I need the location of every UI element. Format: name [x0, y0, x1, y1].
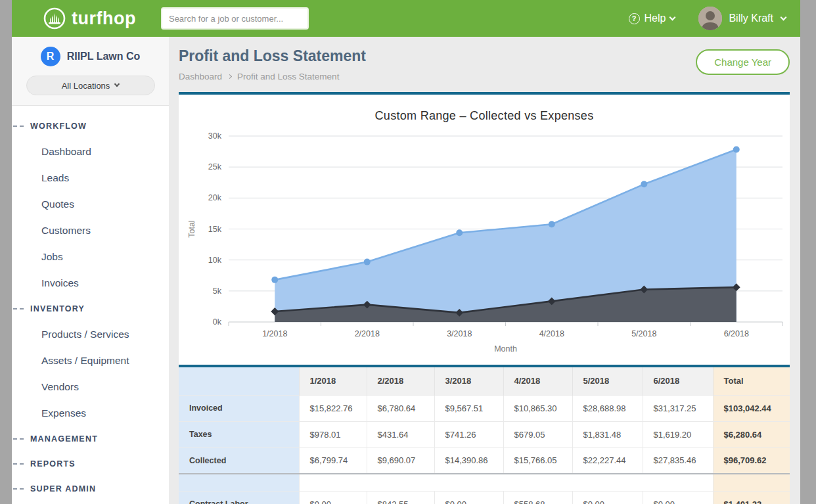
sidebar-section-inventory[interactable]: INVENTORY	[12, 296, 169, 321]
cell-value: $0.00	[643, 491, 713, 504]
company: R RIIPL Lawn Co	[12, 47, 169, 66]
section-label: WORKFLOW	[30, 122, 87, 131]
sidebar-section-workflow[interactable]: WORKFLOW	[12, 114, 169, 139]
svg-text:20k: 20k	[208, 193, 222, 202]
sidebar-item-invoices[interactable]: Invoices	[12, 270, 169, 296]
breadcrumb-current: Profit and Loss Statement	[237, 72, 339, 81]
column-header-2-2018: 2/2018	[367, 367, 434, 395]
breadcrumb: Dashboard Profit and Loss Statement	[179, 72, 790, 81]
sidebar-item-products-services[interactable]: Products / Services	[12, 321, 169, 348]
separator-cell	[713, 474, 790, 491]
group-separator-row	[179, 474, 790, 491]
svg-text:3/2018: 3/2018	[447, 329, 472, 338]
svg-text:10k: 10k	[208, 256, 222, 265]
sidebar-section-super-admin[interactable]: SUPER ADMIN	[12, 476, 169, 501]
cell-value: $9,567.51	[434, 395, 503, 421]
avatar-photo-icon	[698, 7, 722, 30]
svg-text:4/2018: 4/2018	[539, 329, 564, 338]
logo-text: turfhop	[72, 9, 136, 29]
chevron-down-icon	[114, 81, 120, 87]
top-navbar: turfhop ? Help Billy Kraft	[12, 0, 800, 37]
chart-title: Custom Range – Collected vs Expenses	[179, 109, 790, 123]
main-content: Profit and Loss Statement Dashboard Prof…	[169, 37, 790, 504]
cell-value: $1,831.48	[572, 421, 643, 447]
sidebar-nav: WORKFLOWDashboardLeadsQuotesCustomersJob…	[12, 106, 169, 501]
svg-text:25k: 25k	[208, 162, 222, 172]
sidebar-section-reports[interactable]: REPORTS	[12, 451, 169, 476]
search-input[interactable]	[161, 7, 309, 30]
section-label: MANAGEMENT	[30, 434, 98, 444]
cell-value: $0.00	[434, 491, 503, 504]
page-header: Profit and Loss Statement Dashboard Prof…	[179, 47, 790, 92]
sidebar-item-dashboard[interactable]: Dashboard	[12, 139, 169, 165]
pl-table: 1/20182/20183/20184/20185/20186/2018Tota…	[179, 367, 790, 504]
dashes-icon	[13, 308, 24, 309]
table-row-invoiced: Invoiced$15,822.76$6,780.64$9,567.51$10,…	[179, 395, 790, 421]
row-total-value: $96,709.62	[713, 447, 790, 474]
column-header-3-2018: 3/2018	[434, 367, 503, 395]
row-total-value: $6,280.64	[713, 421, 790, 447]
user-menu[interactable]: Billy Kraft	[729, 12, 786, 24]
sidebar-item-leads[interactable]: Leads	[12, 165, 169, 191]
cell-value: $14,390.86	[434, 447, 503, 474]
cell-value: $15,766.05	[503, 447, 572, 474]
cell-value: $10,865.30	[503, 395, 572, 421]
cell-value: $0.00	[299, 491, 367, 504]
row-label: Contract Labor	[179, 491, 299, 504]
cell-value: $431.64	[367, 421, 434, 447]
sidebar-item-customers[interactable]: Customers	[12, 218, 169, 244]
svg-text:15k: 15k	[208, 225, 222, 234]
cell-value: $1,619.20	[643, 421, 713, 447]
app-page: turfhop ? Help Billy Kraft	[12, 0, 800, 504]
help-icon: ?	[629, 13, 640, 24]
cell-value: $31,317.25	[643, 395, 713, 421]
user-name: Billy Kraft	[729, 12, 773, 24]
svg-text:6/2018: 6/2018	[724, 329, 749, 338]
sidebar-section-management[interactable]: MANAGEMENT	[12, 426, 169, 451]
help-label: Help	[645, 12, 666, 24]
section-label: INVENTORY	[30, 304, 85, 313]
sidebar-item-expenses[interactable]: Expenses	[12, 400, 169, 426]
row-label: Collected	[179, 447, 299, 474]
topbar-right: ? Help Billy Kraft	[629, 0, 786, 37]
dashes-icon	[13, 463, 24, 465]
column-header-4-2018: 4/2018	[503, 367, 572, 395]
user-avatar[interactable]	[698, 7, 722, 30]
svg-text:1/2018: 1/2018	[262, 329, 287, 338]
svg-text:0k: 0k	[213, 317, 222, 327]
table-row-contract-labor: Contract Labor$0.00$842.55$0.00$558.68$0…	[179, 491, 790, 504]
cell-value: $679.05	[503, 421, 572, 447]
locations-dropdown[interactable]: All Locations	[26, 76, 155, 95]
svg-text:Total: Total	[187, 220, 196, 237]
row-label: Invoiced	[179, 395, 299, 421]
separator-cell	[179, 474, 299, 491]
sidebar-item-vendors[interactable]: Vendors	[12, 374, 169, 400]
pl-area-chart: 0k5k10k15k20k25k30k1/20182/20183/20184/2…	[179, 123, 790, 359]
table-row-taxes: Taxes$978.01$431.64$741.26$679.05$1,831.…	[179, 421, 790, 447]
company-badge: R	[41, 47, 60, 66]
row-total-value: $1,401.23	[713, 491, 790, 504]
grass-logo-icon	[43, 7, 66, 30]
change-year-button[interactable]: Change Year	[696, 49, 790, 75]
separator-cell	[299, 474, 713, 491]
breadcrumb-dashboard[interactable]: Dashboard	[179, 72, 222, 81]
section-label: REPORTS	[30, 459, 76, 469]
cell-value: $9,690.07	[367, 447, 434, 474]
sidebar-item-jobs[interactable]: Jobs	[12, 244, 169, 270]
svg-text:5/2018: 5/2018	[631, 329, 656, 338]
table-card: 1/20182/20183/20184/20185/20186/2018Tota…	[179, 365, 790, 504]
cell-value: $6,799.74	[299, 447, 367, 474]
cell-value: $6,780.64	[367, 395, 434, 421]
help-menu[interactable]: ? Help	[629, 12, 675, 24]
table-row-collected: Collected$6,799.74$9,690.07$14,390.86$15…	[179, 447, 790, 474]
table-header-row: 1/20182/20183/20184/20185/20186/2018Tota…	[179, 367, 790, 395]
svg-text:Month: Month	[494, 344, 517, 354]
sidebar-item-assets-equipment[interactable]: Assets / Equipment	[12, 348, 169, 374]
cell-value: $842.55	[367, 491, 434, 504]
breadcrumb-separator-icon	[227, 74, 232, 79]
sidebar-item-quotes[interactable]: Quotes	[12, 191, 169, 218]
app-logo[interactable]: turfhop	[43, 7, 136, 30]
company-name: RIIPL Lawn Co	[67, 51, 141, 62]
cell-value: $978.01	[299, 421, 367, 447]
cell-value: $0.00	[572, 491, 643, 504]
